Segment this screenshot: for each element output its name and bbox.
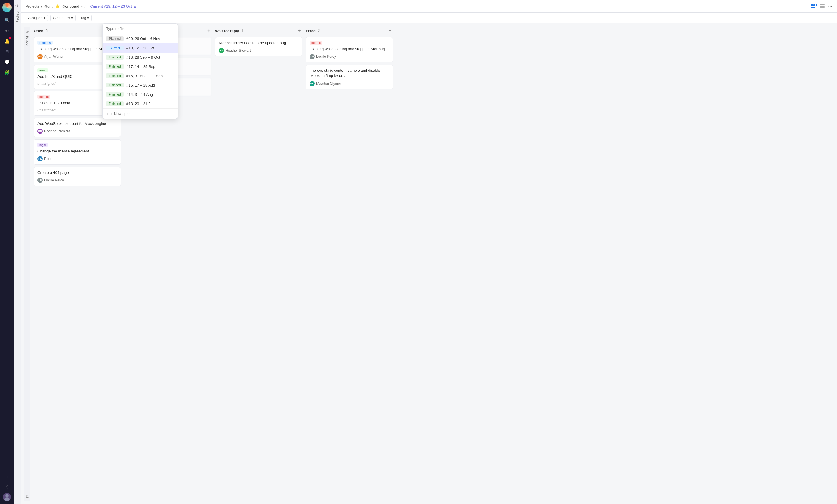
sprint-badge-current: Current <box>106 45 124 50</box>
card-title: Change the license agreement <box>37 149 117 154</box>
assignee-name: Heather Stewart <box>226 49 251 53</box>
card-websocket[interactable]: Add WebSocket support for Mock engine RR… <box>34 118 121 137</box>
grid-icon[interactable]: ⊞ <box>2 47 12 56</box>
assignee-avatar: RR <box>37 129 43 134</box>
breadcrumb: Projects / Ktor / ⭐ Ktor board ▾ / <box>25 4 86 8</box>
add-icon[interactable]: ＋ <box>2 472 12 481</box>
card-static-content[interactable]: Improve static content sample and disabl… <box>306 65 393 89</box>
svg-rect-6 <box>814 7 815 8</box>
svg-point-0 <box>5 494 9 498</box>
card-title: Fix a lag while starting and stopping Kt… <box>309 46 389 52</box>
sprint-badge-planned: Planned <box>106 36 124 41</box>
fixed-column-header: Fixed 2 + <box>306 27 393 35</box>
card-fixed-lag[interactable]: bug fix Fix a lag while starting and sto… <box>306 37 393 62</box>
new-sprint-icon: + <box>106 111 108 116</box>
card-assignee: LP Lucille Percy <box>309 54 389 59</box>
card-404[interactable]: Create a 404 page LP Lucille Percy <box>34 167 121 186</box>
card-scaffolder[interactable]: Ktor scaffolder needs to be updated bug … <box>215 37 302 56</box>
sprint-label: #19, 12 – 23 Oct <box>104 4 132 8</box>
tag-filter[interactable]: Tag ▾ <box>78 15 92 21</box>
sprint-item-label: #19, 12 – 23 Oct <box>126 46 154 50</box>
card-license[interactable]: legal Change the license agreement RL Ro… <box>34 139 121 165</box>
list-view-icon[interactable] <box>819 4 826 9</box>
sprint-caret: ▲ <box>133 4 137 8</box>
waitforreply-column-header: Wait for reply 1 + <box>215 27 302 35</box>
sprint-item-label: #18, 28 Sep – 9 Oct <box>126 55 160 59</box>
dropdown-search-container <box>103 23 178 34</box>
main-content: Projects / Ktor / ⭐ Ktor board ▾ / Curre… <box>21 0 837 504</box>
sprint-item-label: #13, 20 – 31 Jul <box>126 101 154 106</box>
svg-rect-2 <box>811 4 813 6</box>
breadcrumb-sep1: / <box>41 4 42 8</box>
assignee-name: Rodrigo Ramirez <box>44 129 70 133</box>
assignee-label: Assignee <box>28 16 42 20</box>
card-tag-bugfix: bug fix <box>309 41 322 45</box>
column-fixed: Fixed 2 + bug fix Fix a lag while starti… <box>306 27 393 501</box>
card-title: Ktor scaffolder needs to be updated bug <box>219 40 299 45</box>
grid-view-icon[interactable] <box>811 4 818 9</box>
user-avatar[interactable] <box>3 493 11 501</box>
sprint-item-finished-17[interactable]: Finished #17, 14 – 25 Sep <box>103 62 178 71</box>
assignee-name: Maarten Clymer <box>316 81 341 86</box>
more-options-icon[interactable]: ··· <box>828 3 832 9</box>
sprint-item-finished-14[interactable]: Finished #14, 3 – 14 Aug <box>103 90 178 99</box>
new-sprint-btn[interactable]: + + New sprint <box>103 108 178 119</box>
sprint-badge-finished: Finished <box>106 55 124 59</box>
assignee-filter[interactable]: Assignee ▾ <box>25 15 48 21</box>
sprint-badge-finished: Finished <box>106 83 124 87</box>
fixed-column-add-btn[interactable]: + <box>387 28 393 34</box>
sprint-item-finished-16[interactable]: Finished #16, 31 Aug – 11 Sep <box>103 71 178 80</box>
card-tag-engines: Engines <box>37 41 53 45</box>
assignee-avatar: LP <box>309 54 315 59</box>
board-container: ◁▷ Backlog 12 Open 6 + Engines Fix a lag… <box>21 23 837 504</box>
app-logo <box>2 3 12 12</box>
card-assignee: MC Maarten Clymer <box>309 81 389 86</box>
sprint-badge-finished: Finished <box>106 64 124 69</box>
sidebar-collapse-btn[interactable]: ◁▷ <box>15 2 20 8</box>
sprint-status: Current <box>90 4 103 8</box>
help-icon[interactable]: ？ <box>2 483 12 492</box>
created-by-label: Created by <box>53 16 70 20</box>
breadcrumb-ktor[interactable]: Ktor <box>44 4 51 8</box>
sprint-item-current[interactable]: Current #19, 12 – 23 Oct <box>103 43 178 53</box>
card-title: Create a 404 page <box>37 170 117 175</box>
sprint-item-finished-15[interactable]: Finished #15, 17 – 28 Aug <box>103 80 178 90</box>
backlog-toggle-btn[interactable]: ◁▷ <box>25 29 30 34</box>
breadcrumb-projects[interactable]: Projects <box>25 4 39 8</box>
project-label: Project <box>16 11 19 22</box>
new-sprint-label: + New sprint <box>111 111 132 116</box>
backlog-sidebar: ◁▷ Backlog 12 <box>24 27 30 501</box>
sprint-dropdown[interactable]: Planned #20, 26 Oct – 6 Nov Current #19,… <box>102 23 178 119</box>
waitforreply-column-count: 1 <box>242 29 244 33</box>
search-icon[interactable]: 🔍 <box>2 16 12 25</box>
svg-rect-3 <box>814 4 815 6</box>
sprint-item-label: #16, 31 Aug – 11 Sep <box>126 74 163 78</box>
puzzle-icon[interactable]: 🧩 <box>2 68 12 77</box>
assignee-name: Lucille Percy <box>44 178 64 182</box>
assignee-name: Lucille Percy <box>316 55 336 59</box>
card-title: Improve static content sample and disabl… <box>309 68 389 78</box>
created-by-filter[interactable]: Created by ▾ <box>50 15 75 21</box>
card-assignee: RR Rodrigo Ramirez <box>37 129 117 134</box>
shortcuts-icon[interactable]: ⌘K <box>2 26 12 35</box>
assignee-avatar: LP <box>37 178 43 183</box>
assignee-avatar: MC <box>309 81 315 86</box>
breadcrumb-board[interactable]: Ktor board <box>61 4 79 8</box>
inprogress-column-add-btn[interactable]: + <box>206 28 212 34</box>
sprint-selector[interactable]: Current #19, 12 – 23 Oct ▲ <box>88 3 139 10</box>
waitforreply-column-add-btn[interactable]: + <box>297 28 302 34</box>
sprint-badge-finished: Finished <box>106 92 124 97</box>
chat-icon[interactable]: 💬 <box>2 57 12 67</box>
created-by-chevron: ▾ <box>71 16 73 20</box>
sprint-search-input[interactable] <box>106 26 174 31</box>
fixed-column-title: Fixed <box>306 29 316 33</box>
sprint-item-finished-18[interactable]: Finished #18, 28 Sep – 9 Oct <box>103 53 178 62</box>
assignee-name: Robert Lee <box>44 157 61 161</box>
board-chevron[interactable]: ▾ <box>81 4 83 8</box>
sprint-item-planned[interactable]: Planned #20, 26 Oct – 6 Nov <box>103 34 178 43</box>
sprint-item-finished-13[interactable]: Finished #13, 20 – 31 Jul <box>103 99 178 108</box>
sprint-badge-finished: Finished <box>106 73 124 78</box>
notifications-icon[interactable]: 🔔 <box>2 37 12 46</box>
backlog-count: 12 <box>25 495 29 498</box>
assignee-avatar: HS <box>219 48 224 53</box>
